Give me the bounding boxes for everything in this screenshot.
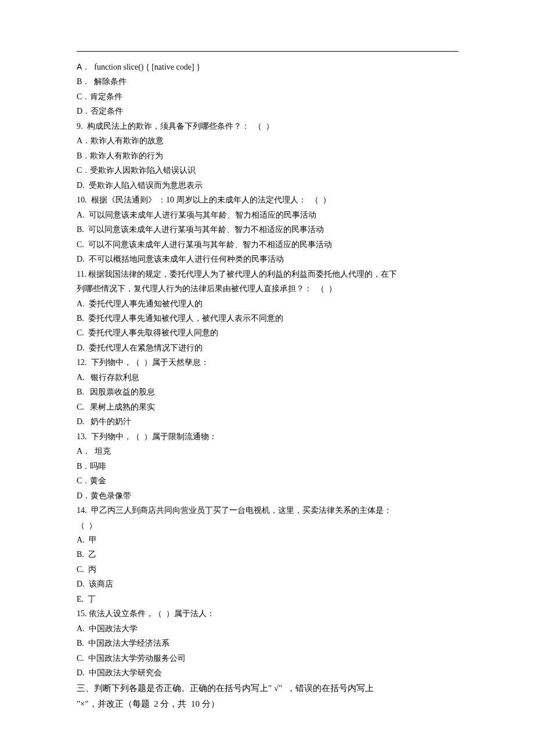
- question-12: 12. 下列物中，（ ）属于天然孳息：: [77, 355, 459, 370]
- option-a: A． function slice() { [native code] }: [77, 60, 459, 74]
- q10-a: A. 可以同意该未成年人进行某项与其年龄、智力相适应的民事活动: [77, 208, 459, 222]
- q14-c: C. 丙: [77, 562, 459, 577]
- q15-b: B. 中国政法大学经济法系: [77, 636, 459, 650]
- q15-d: D. 中国政法大学研究会: [77, 665, 459, 680]
- question-11-l1: 11. 根据我国法律的规定，委托代理人为了被代理人的利益的利益而委托他人代理的，…: [77, 267, 459, 281]
- q14-e: E. 丁: [77, 592, 459, 606]
- q10-d: D. 不可以概括地同意该未成年人进行任何种类的民事活动: [77, 252, 459, 266]
- question-11-l2: 列哪些情况下，复代理人行为的法律后果由被代理人直接承担？： （ ）: [77, 281, 459, 296]
- question-9: 9. 构成民法上的欺诈，须具备下列哪些条件？： （ ）: [77, 119, 459, 133]
- option-d: D．否定条件: [77, 104, 459, 118]
- option-b: B． 解除条件: [77, 74, 459, 89]
- q9-a: A．欺诈人有欺诈的故意: [77, 133, 459, 148]
- question-14-l1: 14. 甲乙丙三人到商店共同向营业员丁买了一台电视机，这里，买卖法律关系的主体是…: [77, 503, 459, 518]
- q13-b: B．吗啡: [77, 459, 459, 473]
- q11-d: D. 委托代理人在紧急情况下进行的: [77, 341, 459, 355]
- q13-c: C．黄金: [77, 473, 459, 488]
- q13-a: A． 坦克: [77, 444, 459, 458]
- q12-a: A. 银行存款利息: [77, 370, 459, 385]
- q14-d: D. 该商店: [77, 577, 459, 591]
- section-3-heading-l2: "×"，并改正（每题 2 分，共 10 分）: [77, 696, 459, 712]
- option-c: C．肯定条件: [77, 89, 459, 104]
- q9-c: C．受欺诈人因欺诈陷入错误认识: [77, 163, 459, 178]
- question-10: 10. 根据《民法通则》 ：10 周岁以上的未成年人的法定代理人： （ ）: [77, 193, 459, 207]
- q9-d: D. 受欺诈人陷入错误而为意思表示: [77, 178, 459, 193]
- page: A． function slice() { [native code] } B．…: [0, 0, 534, 756]
- question-15: 15. 依法人设立条件，（ ）属于法人：: [77, 606, 459, 621]
- question-13: 13. 下列物中，（ ）属于限制流通物：: [77, 429, 459, 444]
- q15-c: C. 中国政法大学劳动服务公司: [77, 651, 459, 665]
- q14-b: B. 乙: [77, 547, 459, 562]
- q10-b: B. 可以同意该未成年人进行某项与其年龄、智力不相适应的民事活动: [77, 222, 459, 237]
- q14-a: A. 甲: [77, 533, 459, 547]
- q11-a: A. 委托代理人事先通知被代理人的: [77, 296, 459, 311]
- question-14-l2: （ ）: [77, 518, 459, 533]
- q12-b: B. 因股票收益的股息: [77, 385, 459, 399]
- section-3-heading-l1: 三、判断下列各题是否正确。正确的在括号内写上" √" ，错误的在括号内写上: [77, 681, 459, 696]
- q13-d: D．黄色录像带: [77, 489, 459, 503]
- q15-a: A. 中国政法大学: [77, 621, 459, 636]
- q10-c: C. 可以不同意该未成年人进行某项与其年龄、智力不相适应的民事活动: [77, 237, 459, 252]
- q12-d: D. 奶牛的奶汁: [77, 414, 459, 429]
- q11-b: B. 委托代理人事先通知被代理人，被代理人表示不同意的: [77, 311, 459, 325]
- top-rule: [77, 51, 459, 52]
- q12-c: C. 果树上成熟的果实: [77, 400, 459, 414]
- q9-b: B．欺诈人有欺诈的行为: [77, 149, 459, 163]
- q11-c: C. 委托代理人事先取得被代理人同意的: [77, 325, 459, 340]
